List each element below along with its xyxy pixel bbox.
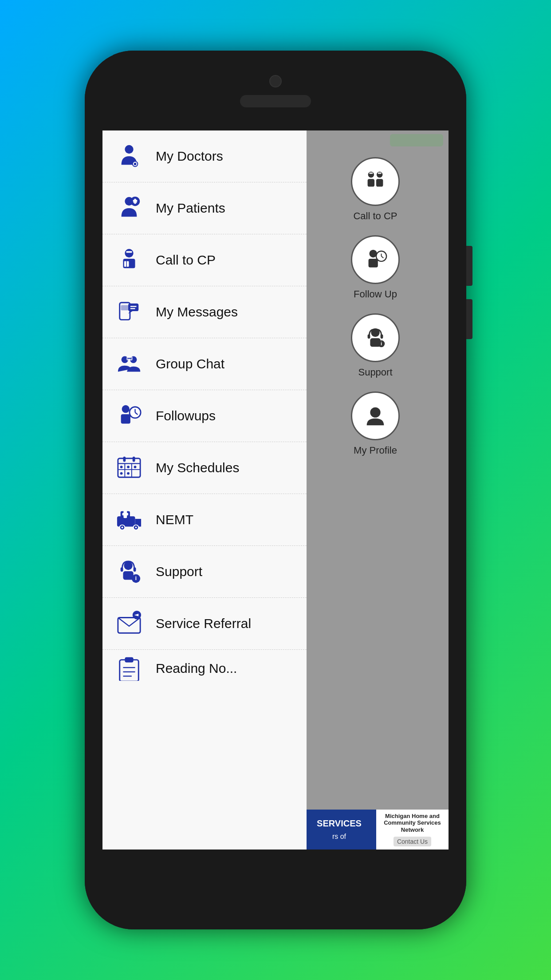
drawer-item-group-chat[interactable]: Group Chat — [102, 338, 307, 390]
phone-frame: Call to CP — [85, 51, 466, 929]
promo-right: Michigan Home and Community Services Net… — [376, 810, 449, 850]
right-panel-my-profile[interactable]: My Profile — [351, 391, 400, 456]
svg-rect-5 — [378, 173, 382, 174]
svg-rect-4 — [369, 173, 373, 174]
nemt-icon — [113, 504, 145, 536]
promo-strip: SERVICESrs of Michigan Home and Communit… — [302, 810, 449, 850]
svg-point-17 — [370, 407, 380, 418]
my-profile-icon-circle — [351, 391, 400, 440]
speaker — [240, 95, 311, 107]
svg-text:i: i — [381, 340, 382, 346]
group-chat-label: Group Chat — [156, 356, 224, 371]
followups-icon — [113, 400, 145, 432]
svg-point-61 — [127, 472, 130, 475]
right-panel-follow-up[interactable]: Follow Up — [351, 235, 400, 300]
svg-point-65 — [122, 526, 123, 528]
my-profile-label: My Profile — [354, 445, 397, 456]
svg-rect-70 — [122, 513, 129, 516]
svg-rect-13 — [368, 334, 370, 339]
bottom-bezel — [85, 850, 466, 929]
call-to-cp-icon — [113, 244, 145, 276]
call-cp-icon — [362, 169, 388, 194]
follow-up-icon — [362, 247, 388, 273]
right-panel: Call to CP — [302, 130, 449, 850]
svg-rect-1 — [368, 179, 374, 186]
call-cp-label: Call to CP — [353, 210, 397, 222]
my-profile-icon — [362, 403, 388, 429]
drawer-item-my-messages[interactable]: My Messages — [102, 286, 307, 338]
reading-notes-icon — [113, 652, 145, 681]
nav-drawer: My Doctors — [102, 130, 307, 850]
call-to-cp-label: Call to CP — [156, 253, 216, 268]
svg-point-59 — [134, 466, 137, 468]
my-messages-icon — [113, 296, 145, 328]
svg-rect-27 — [133, 200, 138, 202]
my-messages-label: My Messages — [156, 304, 238, 320]
svg-rect-34 — [121, 305, 129, 311]
drawer-item-call-to-cp[interactable]: Call to CP — [102, 234, 307, 286]
call-cp-icon-circle — [351, 157, 400, 206]
svg-point-45 — [122, 405, 130, 413]
svg-rect-81 — [125, 657, 133, 663]
screen-content: Call to CP — [102, 130, 449, 850]
right-panel-support[interactable]: i Support — [351, 313, 400, 378]
my-doctors-icon — [113, 140, 145, 172]
group-chat-icon — [113, 348, 145, 380]
drawer-item-support[interactable]: i Support — [102, 546, 307, 598]
svg-rect-80 — [120, 660, 139, 681]
promo-title: Michigan Home and Community Services Net… — [379, 813, 446, 834]
follow-up-icon-circle — [351, 235, 400, 284]
support-label: Support — [156, 564, 202, 579]
volume-down-button[interactable] — [466, 299, 472, 339]
svg-point-58 — [127, 466, 130, 468]
svg-rect-56 — [133, 457, 135, 462]
svg-rect-35 — [128, 304, 138, 311]
right-panel-call-cp[interactable]: Call to CP — [351, 157, 400, 222]
follow-up-label: Follow Up — [354, 288, 397, 300]
svg-rect-74 — [134, 567, 136, 572]
screen: Call to CP — [102, 130, 449, 850]
followups-label: Followups — [156, 408, 216, 423]
svg-rect-55 — [123, 457, 126, 462]
svg-point-42 — [128, 358, 129, 359]
svg-point-20 — [134, 163, 137, 166]
top-bezel — [85, 51, 466, 130]
drawer-item-reading-notes[interactable]: Reading No... — [102, 650, 307, 681]
my-schedules-label: My Schedules — [156, 460, 239, 475]
drawer-item-my-doctors[interactable]: My Doctors — [102, 130, 307, 182]
my-schedules-icon — [113, 452, 145, 484]
reading-notes-label: Reading No... — [156, 661, 237, 676]
my-patients-label: My Patients — [156, 201, 225, 216]
support-icon-circle: i — [351, 313, 400, 362]
promo-left: SERVICESrs of — [302, 810, 376, 850]
svg-rect-46 — [121, 414, 130, 423]
my-doctors-label: My Doctors — [156, 149, 223, 164]
svg-point-18 — [125, 145, 133, 154]
svg-rect-73 — [121, 567, 123, 572]
promo-contact[interactable]: Contact Us — [394, 837, 431, 846]
drawer-item-my-patients[interactable]: My Patients — [102, 182, 307, 234]
svg-point-57 — [120, 466, 123, 468]
support-label: Support — [358, 367, 392, 378]
svg-point-60 — [120, 472, 123, 475]
service-referral-label: Service Referral — [156, 616, 251, 631]
svg-point-44 — [130, 358, 131, 359]
drawer-item-nemt[interactable]: NEMT — [102, 494, 307, 546]
svg-point-28 — [125, 249, 133, 257]
svg-rect-3 — [376, 179, 383, 186]
svg-rect-14 — [381, 334, 383, 339]
svg-point-67 — [135, 526, 137, 528]
nemt-label: NEMT — [156, 512, 193, 527]
service-referral-icon — [113, 608, 145, 640]
drawer-item-followups[interactable]: Followups — [102, 390, 307, 442]
svg-rect-30 — [126, 251, 132, 253]
drawer-item-service-referral[interactable]: Service Referral — [102, 598, 307, 650]
support-icon: i — [362, 325, 388, 351]
svg-point-43 — [129, 358, 130, 359]
drawer-item-my-schedules[interactable]: My Schedules — [102, 442, 307, 494]
svg-rect-7 — [369, 259, 378, 267]
my-patients-icon — [113, 192, 145, 224]
volume-up-button[interactable] — [466, 246, 472, 286]
svg-text:i: i — [135, 575, 137, 581]
support-drawer-icon: i — [113, 556, 145, 588]
